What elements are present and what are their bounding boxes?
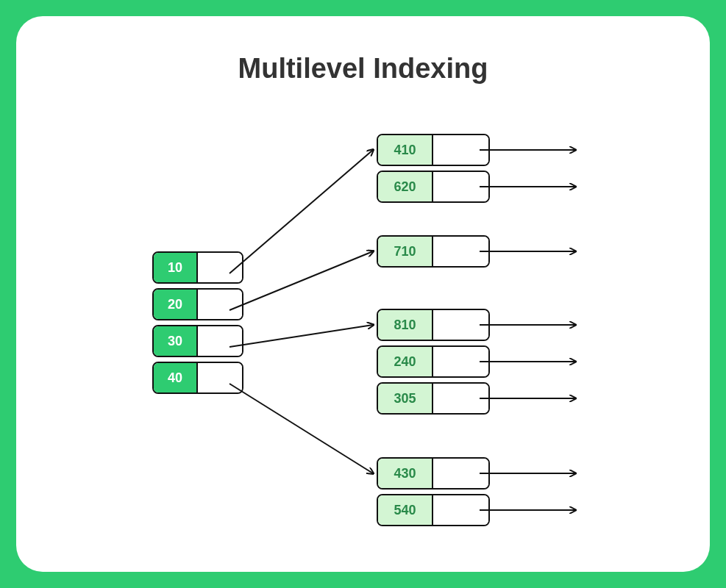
secondary-row-0-1: 620 xyxy=(377,171,490,203)
secondary-key-3-1: 540 xyxy=(378,495,433,525)
secondary-ptr-3-0 xyxy=(433,459,488,488)
arrows-layer xyxy=(16,16,710,572)
outer-frame: Multilevel Indexing 10 20 30 40 410 xyxy=(0,0,726,588)
arrow-primary-2 xyxy=(229,325,373,347)
primary-ptr-1 xyxy=(198,290,242,319)
secondary-ptr-2-2 xyxy=(433,384,488,413)
secondary-key-2-2: 305 xyxy=(378,384,433,413)
secondary-ptr-3-1 xyxy=(433,495,488,525)
secondary-row-2-1: 240 xyxy=(377,345,490,378)
arrow-primary-1 xyxy=(229,251,373,310)
secondary-ptr-2-1 xyxy=(433,347,488,376)
primary-row-0: 10 xyxy=(152,251,243,284)
diagram-card: Multilevel Indexing 10 20 30 40 410 xyxy=(16,16,710,572)
secondary-key-1-0: 710 xyxy=(378,237,433,266)
arrow-primary-3 xyxy=(229,384,373,473)
secondary-row-1-0: 710 xyxy=(377,235,490,268)
primary-key-3: 40 xyxy=(154,363,198,392)
primary-key-0: 10 xyxy=(154,253,198,282)
arrow-primary-0 xyxy=(229,150,373,273)
secondary-row-3-1: 540 xyxy=(377,494,490,526)
primary-row-2: 30 xyxy=(152,325,243,357)
secondary-ptr-2-0 xyxy=(433,310,488,340)
secondary-key-0-1: 620 xyxy=(378,172,433,201)
primary-key-2: 30 xyxy=(154,326,198,356)
secondary-row-3-0: 430 xyxy=(377,457,490,490)
secondary-row-2-0: 810 xyxy=(377,309,490,341)
secondary-key-3-0: 430 xyxy=(378,459,433,488)
primary-ptr-3 xyxy=(198,363,242,392)
primary-ptr-2 xyxy=(198,326,242,356)
secondary-row-2-2: 305 xyxy=(377,382,490,415)
secondary-key-0-0: 410 xyxy=(378,135,433,165)
secondary-key-2-1: 240 xyxy=(378,347,433,376)
primary-row-1: 20 xyxy=(152,288,243,320)
primary-ptr-0 xyxy=(198,253,242,282)
primary-key-1: 20 xyxy=(154,290,198,319)
secondary-ptr-1-0 xyxy=(433,237,488,266)
diagram-stage: 10 20 30 40 410 620 xyxy=(16,16,710,572)
secondary-ptr-0-1 xyxy=(433,172,488,201)
secondary-ptr-0-0 xyxy=(433,135,488,165)
primary-row-3: 40 xyxy=(152,362,243,394)
secondary-key-2-0: 810 xyxy=(378,310,433,340)
secondary-row-0-0: 410 xyxy=(377,134,490,166)
